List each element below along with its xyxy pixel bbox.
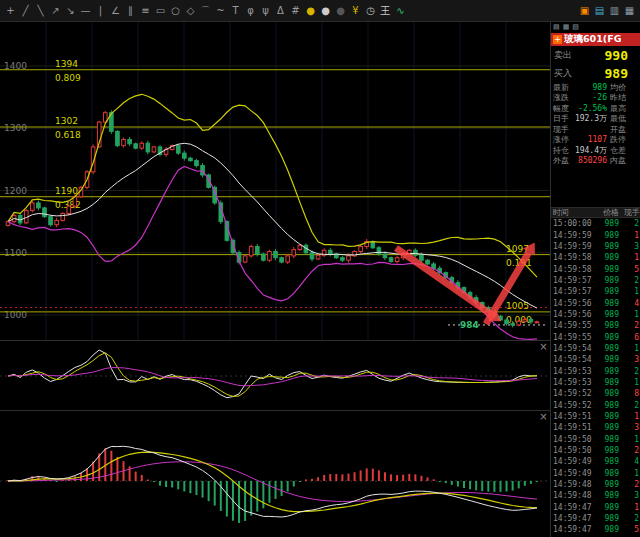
trendline-down-icon[interactable]: ╲ (33, 0, 48, 21)
gift-box-icon[interactable]: ▣ (577, 0, 592, 21)
yen-icon[interactable]: ¥ (348, 0, 363, 21)
trade-row[interactable]: 14:59:509891 (551, 434, 640, 445)
trade-row[interactable]: 14:59:519893 (551, 422, 640, 433)
quote-row[interactable]: 涨停1107跌停 (551, 135, 640, 146)
trade-volume: 2 (619, 514, 640, 523)
trade-volume: 1 (619, 310, 640, 319)
trade-row[interactable]: 14:59:579892 (551, 275, 640, 286)
trade-row[interactable]: 14:59:479892 (551, 513, 640, 524)
trade-row[interactable]: 14:59:589891 (551, 252, 640, 263)
rectangle-icon[interactable]: ▭ (153, 0, 168, 21)
trade-price: 989 (593, 299, 619, 308)
quote-label: 外盘 (551, 156, 574, 167)
trade-row[interactable]: 14:59:529898 (551, 388, 640, 399)
arc-icon[interactable]: ⌒ (198, 0, 213, 21)
trade-row[interactable]: 14:59:589895 (551, 263, 640, 274)
quote-row[interactable]: 持仓194.4万仓差 (551, 145, 640, 156)
trade-row[interactable]: 14:59:509892 (551, 445, 640, 456)
clock-icon[interactable]: ◷ (363, 0, 378, 21)
quote-label-2: 最低 (607, 114, 629, 125)
layout-icon[interactable]: ▥ (607, 0, 622, 21)
trade-row[interactable]: 14:59:489892 (551, 479, 640, 490)
trendline-up-icon[interactable]: ╱ (18, 0, 33, 21)
trade-row[interactable]: 14:59:599891 (551, 229, 640, 240)
dark-circle-icon[interactable]: ● (333, 0, 348, 21)
bid-row[interactable]: 买入989 (551, 64, 640, 82)
indicator-panel-macd[interactable]: × (0, 411, 550, 537)
trade-price: 989 (593, 389, 619, 398)
quote-label: 持仓 (551, 145, 574, 156)
rhombus-icon[interactable]: ◇ (183, 0, 198, 21)
trade-row[interactable]: 14:59:499894 (551, 456, 640, 467)
sidebar-tab-list[interactable]: ▦ (563, 23, 570, 33)
triangle-icon[interactable]: Δ (273, 0, 288, 21)
trade-row[interactable]: 14:59:549893 (551, 354, 640, 365)
mini-chart-icon[interactable]: ∿ (393, 0, 408, 21)
trade-volume: 1 (619, 378, 640, 387)
trade-row[interactable]: 14:59:569894 (551, 297, 640, 308)
arrow-up-icon[interactable]: ↗ (48, 0, 63, 21)
pitchfork-icon[interactable]: ψ (258, 0, 273, 21)
indicator-panel-oscillator[interactable]: × (0, 341, 550, 411)
trade-price: 989 (593, 503, 619, 512)
sidebar-tab-tools[interactable]: ▧ (572, 23, 579, 33)
trade-row[interactable]: 14:59:499891 (551, 468, 640, 479)
fibonacci-icon[interactable]: φ (243, 0, 258, 21)
quote-row[interactable]: 现手开盘 (551, 124, 640, 135)
ellipse-icon[interactable]: ○ (168, 0, 183, 21)
sidebar-tab-quote[interactable]: ▤ (553, 23, 560, 33)
angle-icon[interactable]: ∠ (108, 0, 123, 21)
parallel-channel-icon[interactable]: ∥ (123, 0, 138, 21)
trade-row[interactable]: 14:59:599893 (551, 241, 640, 252)
king-icon[interactable]: 王 (378, 0, 393, 21)
arrow-down-icon[interactable]: ↘ (63, 0, 78, 21)
trade-row[interactable]: 14:59:479895 (551, 524, 640, 535)
trade-row[interactable]: 14:59:529892 (551, 400, 640, 411)
quote-row[interactable]: 涨跌-26昨结 (551, 93, 640, 104)
macd-canvas[interactable] (0, 411, 550, 537)
text-icon[interactable]: T (228, 0, 243, 21)
trade-row[interactable]: 14:59:549891 (551, 343, 640, 354)
yellow-circle-icon[interactable]: ● (303, 0, 318, 21)
quote-row[interactable]: 最新989均价 (551, 82, 640, 93)
trade-row[interactable]: 14:59:489893 (551, 490, 640, 501)
menu-icon[interactable]: ▦ (622, 0, 637, 21)
trade-row[interactable]: 15:00:009892 (551, 218, 640, 229)
trade-row[interactable]: 14:59:539891 (551, 377, 640, 388)
close-icon[interactable]: × (539, 412, 548, 421)
horizontal-line-icon[interactable]: — (78, 0, 93, 21)
close-icon[interactable]: × (539, 342, 548, 351)
time-sales-list[interactable]: 15:00:00989214:59:59989114:59:59989314:5… (551, 218, 640, 537)
grid-icon[interactable]: # (288, 0, 303, 21)
ask-row[interactable]: 卖出990 (551, 46, 640, 64)
oscillator-canvas[interactable] (0, 341, 550, 410)
white-circle-icon[interactable]: ● (318, 0, 333, 21)
main-chart-panel[interactable]: 1400130012001100100013940.80913020.61811… (0, 22, 550, 341)
trade-row[interactable]: 14:59:579891 (551, 286, 640, 297)
trade-row[interactable]: 14:59:479891 (551, 502, 640, 513)
main-chart-canvas[interactable]: 1400130012001100100013940.80913020.61811… (0, 22, 550, 340)
quote-row[interactable]: 外盘850296内盘 (551, 156, 640, 167)
panel-toggle-icon[interactable]: ▤ (592, 0, 607, 21)
trade-row[interactable]: 14:59:559892 (551, 320, 640, 331)
crosshair-icon[interactable]: + (3, 0, 18, 21)
trade-row[interactable]: 14:59:519891 (551, 411, 640, 422)
instrument-title-bar[interactable]: + 玻璃601(FG (551, 33, 640, 46)
gann-grid-icon[interactable]: ≡ (138, 0, 153, 21)
trade-time: 14:59:55 (551, 333, 593, 342)
trade-row[interactable]: 14:59:569891 (551, 309, 640, 320)
wave-icon[interactable]: ~ (213, 0, 228, 21)
trade-volume: 2 (619, 276, 640, 285)
quote-value: 850296 (574, 156, 607, 165)
vertical-line-icon[interactable]: | (93, 0, 108, 21)
trade-time: 14:59:47 (551, 514, 593, 523)
quote-row[interactable]: 幅度-2.56%最高 (551, 103, 640, 114)
trade-price: 989 (593, 435, 619, 444)
trade-row[interactable]: 14:59:559896 (551, 331, 640, 342)
quote-row[interactable]: 日手192.3万最低 (551, 114, 640, 125)
trade-time: 14:59:53 (551, 367, 593, 376)
trade-volume: 1 (619, 469, 640, 478)
trade-volume: 4 (619, 299, 640, 308)
trade-row[interactable]: 14:59:539892 (551, 365, 640, 376)
quote-value: 192.3万 (574, 114, 607, 125)
